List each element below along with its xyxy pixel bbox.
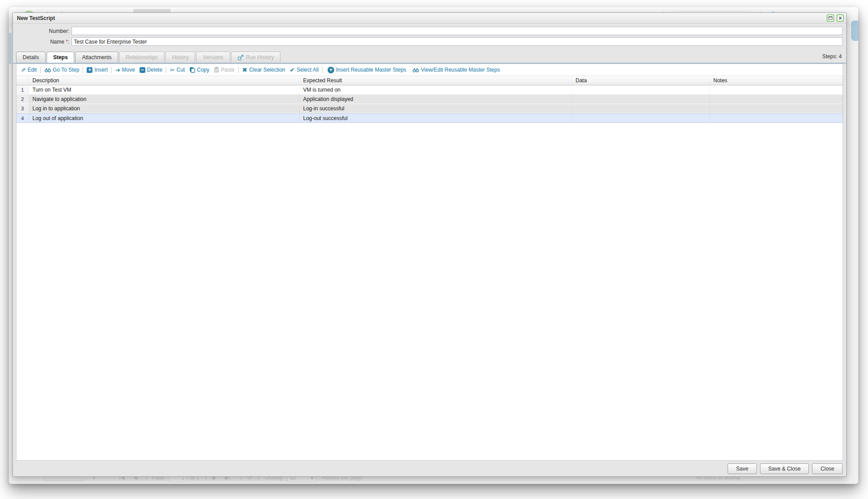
close-icon: × [839,16,842,21]
copy-button[interactable]: Copy [189,67,209,73]
number-label: Number: [13,28,72,34]
insert-icon: + [87,67,92,73]
close-dialog-button[interactable]: Close [812,463,843,474]
table-row[interactable]: 3 Log in to application Log-in successfu… [16,104,843,113]
edit-button[interactable]: ✎Edit [21,67,37,73]
tab-details[interactable]: Details [16,52,46,63]
step-notes [710,95,843,104]
steps-count-label: Steps: 4 [822,53,842,60]
dialog-footer: Save Save & Close Close [13,461,846,476]
row-number: 4 [16,114,29,122]
view-edit-reusable-master-steps-button[interactable]: View/Edit Reusable Master Steps [412,67,500,73]
move-icon: ➔ [115,67,120,73]
steps-panel: ✎Edit Go To Step +Insert ➔Move −Delete ✂… [16,64,843,461]
step-expected-result: VM is turned on [300,85,572,94]
toolbar-separator [238,67,239,73]
copy-icon [189,67,195,73]
tab-history: History [165,52,195,63]
tab-attachments[interactable]: Attachments [75,52,118,63]
toolbar-separator [83,67,83,73]
tab-strip: Details Steps Attachments Relationships … [13,51,846,64]
step-description: Log in to application [29,104,300,113]
save-and-close-button[interactable]: Save & Close [760,463,809,474]
table-row[interactable]: 2 Navigate to application Application di… [16,95,843,104]
name-label: Name *: [13,39,72,45]
grid-empty-area [16,123,843,460]
tab-versions: Versions [196,52,230,63]
step-expected-result: Application displayed [300,95,572,104]
maximize-button[interactable] [827,14,834,22]
background-panel-edge [9,33,12,64]
dialog-titlebar[interactable]: New TestScript × [13,13,846,24]
select-all-icon: ✔ [290,67,295,73]
delete-icon: − [140,67,145,73]
plus-circle-icon: + [328,67,334,73]
step-expected-result: Log-in successful [300,104,572,113]
edit-icon: ✎ [21,67,26,73]
paste-icon [214,67,219,73]
move-button[interactable]: ➔Move [115,67,135,73]
step-data [572,104,710,113]
step-description: Navigate to application [29,95,300,104]
table-row[interactable]: 1 Turn on Test VM VM is turned on [16,85,843,95]
number-field[interactable] [72,27,843,35]
row-number-column-header [16,76,29,85]
column-header-description[interactable]: Description [29,76,300,85]
maximize-icon [828,16,832,20]
step-description: Turn on Test VM [29,85,300,94]
select-all-button[interactable]: ✔Select All [290,67,319,73]
toolbar-separator [111,67,112,73]
insert-reusable-master-steps-button[interactable]: +Insert Reusable Master Steps [328,67,406,73]
step-notes [710,104,843,113]
close-button[interactable]: × [836,14,844,22]
row-number: 2 [16,95,29,104]
clear-selection-icon: ✖ [242,67,248,73]
clear-selection-button[interactable]: ✖Clear Selection [242,67,285,73]
cut-button[interactable]: ✂Cut [170,67,185,73]
go-to-step-button[interactable]: Go To Step [44,67,80,73]
toolbar-separator [322,67,323,73]
step-notes [710,85,843,94]
binoculars-icon [44,68,51,72]
steps-toolbar: ✎Edit Go To Step +Insert ➔Move −Delete ✂… [16,64,843,76]
step-data [572,95,710,104]
row-number: 1 [16,85,29,94]
dialog-title: New TestScript [13,15,827,21]
column-header-notes[interactable]: Notes [710,76,843,85]
step-notes [710,114,843,122]
tab-relationships: Relationships [119,52,164,63]
column-header-expected-result[interactable]: Expected Result [300,76,572,85]
cut-icon: ✂ [170,67,175,73]
toolbar-separator [40,67,41,73]
name-field[interactable] [72,37,843,46]
toolbar-separator [166,67,166,73]
step-description: Log out of application [29,114,300,122]
row-number: 3 [16,104,29,113]
application-window: enterprise tester Dashboards ▾ Explorer … [9,7,858,484]
grid-header-row: Description Expected Result Data Notes [16,76,843,85]
steps-grid: Description Expected Result Data Notes 1… [16,76,843,460]
run-history-icon [238,55,244,60]
tab-steps[interactable]: Steps [47,52,75,63]
step-data [572,85,710,94]
step-expected-result: Log-out successful [300,114,572,122]
binoculars-icon [412,68,419,72]
background-panel-corner [851,20,858,41]
insert-button[interactable]: +Insert [87,67,108,73]
tab-run-history: Run History [231,52,281,63]
table-row-selected[interactable]: 4 Log out of application Log-out success… [16,113,843,123]
save-button[interactable]: Save [728,463,756,474]
step-data [572,114,710,122]
testscript-form: Number: Name *: [13,24,846,51]
new-testscript-dialog: New TestScript × Number: Name *: Details… [12,12,847,477]
delete-button[interactable]: −Delete [140,67,163,73]
column-header-data[interactable]: Data [572,76,710,85]
paste-button: Paste [214,67,235,73]
